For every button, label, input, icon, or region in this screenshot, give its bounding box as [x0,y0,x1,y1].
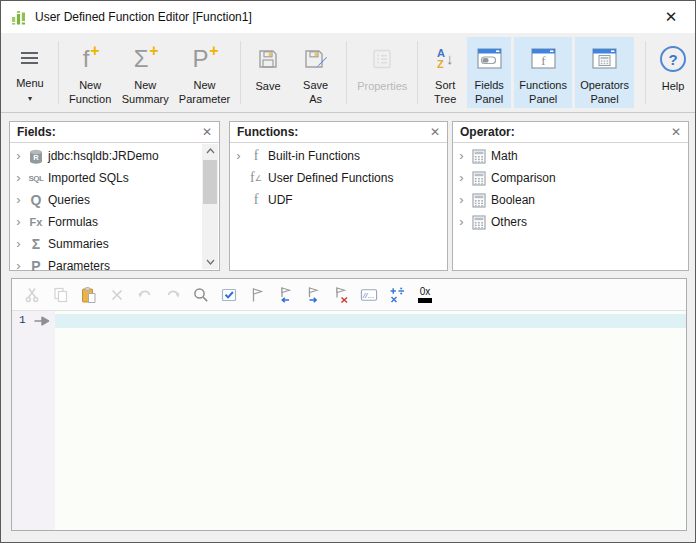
tree-item-datasource[interactable]: › R jdbc:hsqldb:JRDemo [10,145,219,167]
tree-item-math[interactable]: › Math [453,145,688,167]
window-title: User Defined Function Editor [Function1] [35,10,252,24]
svg-text:R: R [33,153,39,162]
chevron-right-icon[interactable]: › [13,150,24,162]
tree-item-queries[interactable]: › Q Queries [10,189,219,211]
tree-item-others[interactable]: › Others [453,211,688,233]
line-number-gutter [12,311,55,530]
caret-down-icon: ▾ [28,94,32,103]
chevron-right-icon[interactable]: › [13,260,24,272]
clear-bookmarks-icon[interactable] [332,286,350,304]
chevron-right-icon[interactable]: › [13,216,24,228]
chevron-right-icon[interactable]: › [456,150,467,162]
redo-icon[interactable] [164,286,182,304]
undo-icon[interactable] [136,286,154,304]
editor-toolbar: //… 0x [12,279,686,311]
chevron-right-icon[interactable]: › [456,216,467,228]
query-icon: Q [24,192,48,208]
help-button[interactable]: ? Help [651,37,695,108]
new-summary-button[interactable]: Σ+ NewSummary [117,37,174,108]
chevron-right-icon[interactable]: › [456,194,467,206]
next-bookmark-icon[interactable] [304,286,322,304]
hex-view-icon[interactable]: 0x [416,287,434,303]
tree-item-label: Math [491,149,518,163]
tree-item-built-in-functions[interactable]: › f Built-in Functions [230,145,447,167]
properties-button[interactable]: Properties [352,37,412,108]
calculator-icon [467,193,491,208]
tree-item-user-defined-functions[interactable]: f∠ User Defined Functions [230,167,447,189]
calculator-icon [467,171,491,186]
operator-panel-title: Operator: [460,125,515,139]
toolbar-separator [417,41,418,104]
cut-icon[interactable] [24,286,42,304]
chevron-right-icon[interactable]: › [456,172,467,184]
formula-icon: Fx [24,216,48,228]
chevron-right-icon[interactable]: › [13,194,24,206]
editor-content[interactable]: 1 [12,311,686,530]
delete-icon[interactable] [108,286,126,304]
current-line-arrow-icon [33,314,50,332]
main-toolbar: Menu ▾ f+ NewFunction Σ+ NewSummary P+ N… [1,33,695,113]
save-as-button[interactable]: Save As [290,37,341,108]
new-function-icon: f+ [83,47,98,71]
menu-button[interactable]: Menu ▾ [7,37,53,108]
toolbar-separator [645,41,646,104]
window-close-button[interactable]: ✕ [657,2,685,32]
functions-panel-toggle-button[interactable]: f FunctionsPanel [514,37,572,108]
chevron-right-icon[interactable]: › [13,238,24,250]
fields-panel-close-icon[interactable]: ✕ [202,125,212,139]
previous-bookmark-icon[interactable] [276,286,294,304]
tree-item-udf[interactable]: f UDF [230,189,447,211]
fields-panel: Fields: ✕ › R jdbc:hsqldb:JRDemo › SQL [9,121,220,271]
paste-icon[interactable] [80,286,98,304]
functions-panel-header: Functions: ✕ [230,122,447,143]
operators-panel-toggle-button[interactable]: OperatorsPanel [575,37,634,108]
scroll-up-icon[interactable] [202,144,218,158]
function-icon: f [244,192,268,208]
tree-item-label: Others [491,215,527,229]
calculator-icon [467,215,491,230]
comment-icon[interactable]: //… [360,286,378,304]
operator-panel-close-icon[interactable]: ✕ [671,125,681,139]
calculator-icon [467,149,491,164]
tree-item-label: UDF [268,193,293,207]
functions-panel-close-icon[interactable]: ✕ [430,125,440,139]
bookmark-icon[interactable] [248,286,266,304]
functions-panel-title: Functions: [237,125,298,139]
tree-item-comparison[interactable]: › Comparison [453,167,688,189]
operators-panel-icon [592,48,617,69]
current-line-highlight[interactable] [55,314,686,328]
find-icon[interactable] [192,286,210,304]
fields-panel-title: Fields: [17,125,56,139]
tree-item-summaries[interactable]: › Σ Summaries [10,233,219,255]
tree-item-parameters[interactable]: › P Parameters [10,255,219,277]
save-icon [256,47,280,71]
tree-item-formulas[interactable]: › Fx Formulas [10,211,219,233]
save-button[interactable]: Save [246,37,290,108]
tree-item-label: Parameters [48,259,110,273]
tree-item-boolean[interactable]: › Boolean [453,189,688,211]
operator-tree: › Math › Comparison › Boolean [453,143,688,233]
operator-panel: Operator: ✕ › Math › Comparison › [452,121,689,271]
new-parameter-button[interactable]: P+ NewParameter [174,37,235,108]
new-function-button[interactable]: f+ NewFunction [64,37,117,108]
syntax-check-icon[interactable] [220,286,238,304]
tree-item-label: Formulas [48,215,98,229]
sort-tree-button[interactable]: AZ ↓ SortTree [423,37,467,108]
function-icon: f [244,148,268,164]
scroll-down-icon[interactable] [202,255,218,269]
operator-symbols-icon[interactable] [388,286,406,304]
new-parameter-icon: P+ [193,47,217,71]
tree-item-label: Imported SQLs [48,171,129,185]
chevron-right-icon[interactable]: › [233,150,244,162]
fields-panel-toggle-button[interactable]: FieldsPanel [467,37,511,108]
tree-item-label: Summaries [48,237,109,251]
tree-item-label: Queries [48,193,90,207]
operator-panel-header: Operator: ✕ [453,122,688,143]
fields-panel-header: Fields: ✕ [10,122,219,143]
tree-item-imported-sqls[interactable]: › SQL Imported SQLs [10,167,219,189]
chevron-right-icon[interactable]: › [13,172,24,184]
copy-icon[interactable] [52,286,70,304]
scrollbar-thumb[interactable] [203,160,217,204]
fields-scrollbar[interactable] [202,144,218,269]
tree-item-label: Built-in Functions [268,149,360,163]
